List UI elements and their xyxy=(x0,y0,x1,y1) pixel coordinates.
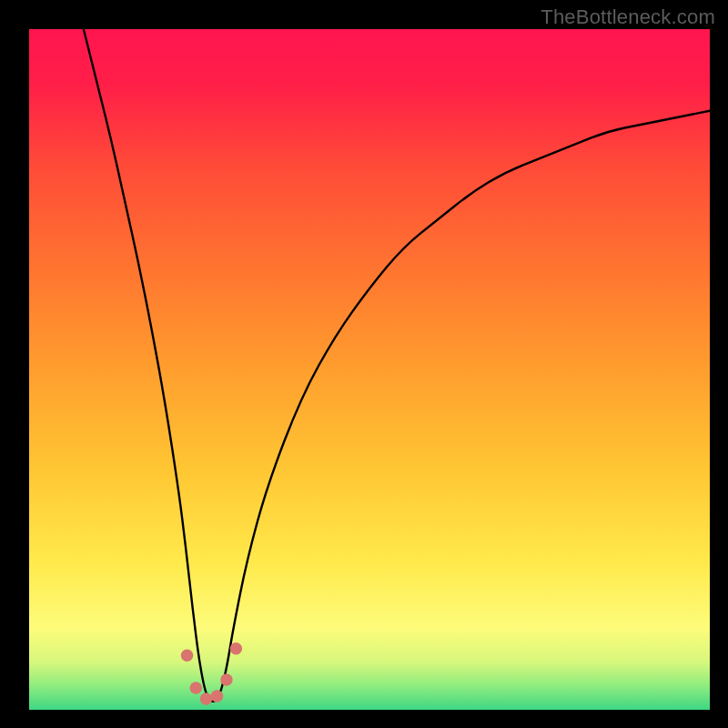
marker-dot xyxy=(181,649,193,661)
chart-svg xyxy=(29,29,710,710)
marker-dot xyxy=(211,690,223,702)
watermark-text: TheBottleneck.com xyxy=(541,5,715,29)
marker-dot xyxy=(190,682,202,693)
marker-dot xyxy=(230,642,242,654)
plot-area xyxy=(29,29,710,710)
marker-dot xyxy=(220,673,232,685)
marker-dot xyxy=(200,693,212,704)
chart-outer-frame: TheBottleneck.com xyxy=(0,0,728,728)
